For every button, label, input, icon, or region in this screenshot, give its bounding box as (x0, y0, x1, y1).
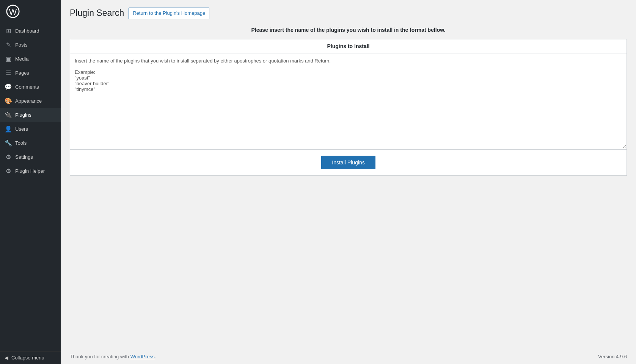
svg-text:W: W (9, 7, 17, 17)
main-content: Plugin Search Return to the Plugin's Hom… (61, 0, 636, 349)
sidebar-item-posts-label: Posts (15, 42, 28, 48)
sidebar-navigation: ⊞ Dashboard ✎ Posts ▣ Media ☰ Pages 💬 Co… (0, 24, 61, 351)
return-to-homepage-button[interactable]: Return to the Plugin's Homepage (129, 8, 209, 19)
collapse-icon: ◀ (5, 355, 8, 361)
collapse-menu-button[interactable]: ◀ Collapse menu (0, 351, 61, 364)
install-plugins-button[interactable]: Install Plugins (321, 156, 375, 169)
main-area: Plugin Search Return to the Plugin's Hom… (61, 0, 636, 364)
appearance-icon: 🎨 (5, 97, 12, 105)
sidebar-item-plugins[interactable]: 🔌 Plugins (0, 108, 61, 122)
sidebar-item-comments-label: Comments (15, 84, 39, 90)
comments-icon: 💬 (5, 83, 12, 91)
sidebar-item-appearance[interactable]: 🎨 Appearance (0, 94, 61, 108)
users-icon: 👤 (5, 125, 12, 133)
sidebar-item-settings-label: Settings (15, 154, 33, 160)
plugins-card-body: Insert the name of the plugins that you … (70, 53, 627, 149)
sidebar-item-users[interactable]: 👤 Users (0, 122, 61, 136)
wordpress-link[interactable]: WordPress (130, 354, 155, 359)
plugins-textarea[interactable]: Insert the name of the plugins that you … (70, 53, 627, 148)
sidebar-logo: W (0, 0, 61, 24)
posts-icon: ✎ (5, 41, 12, 48)
sidebar-item-dashboard-label: Dashboard (15, 28, 39, 34)
instructions-text: Please insert the name of the plugins yo… (70, 27, 627, 33)
sidebar-item-posts[interactable]: ✎ Posts (0, 38, 61, 52)
sidebar-item-tools[interactable]: 🔧 Tools (0, 136, 61, 150)
page-title: Plugin Search (70, 8, 124, 19)
sidebar-item-pages[interactable]: ☰ Pages (0, 66, 61, 80)
sidebar-item-pages-label: Pages (15, 70, 29, 76)
collapse-menu-label: Collapse menu (11, 355, 44, 361)
settings-icon: ⚙ (5, 153, 12, 161)
sidebar-item-plugins-label: Plugins (15, 112, 31, 118)
page-header: Plugin Search Return to the Plugin's Hom… (70, 8, 627, 19)
pages-icon: ☰ (5, 69, 12, 77)
dashboard-icon: ⊞ (5, 27, 12, 34)
tools-icon: 🔧 (5, 139, 12, 147)
sidebar: W ⊞ Dashboard ✎ Posts ▣ Media ☰ Pages 💬 … (0, 0, 61, 364)
sidebar-item-comments[interactable]: 💬 Comments (0, 80, 61, 94)
footer-text: Thank you for creating with WordPress. (70, 354, 156, 359)
plugins-card-header: Plugins to Install (70, 39, 627, 53)
plugins-card: Plugins to Install Insert the name of th… (70, 39, 627, 150)
sidebar-item-plugin-helper-label: Plugin Helper (15, 168, 45, 174)
plugins-icon: 🔌 (5, 111, 12, 119)
sidebar-item-settings[interactable]: ⚙ Settings (0, 150, 61, 164)
media-icon: ▣ (5, 55, 12, 62)
sidebar-item-media-label: Media (15, 56, 28, 62)
sidebar-item-dashboard[interactable]: ⊞ Dashboard (0, 24, 61, 38)
sidebar-item-appearance-label: Appearance (15, 98, 42, 104)
sidebar-item-media[interactable]: ▣ Media (0, 52, 61, 66)
version-text: Version 4.9.6 (598, 354, 627, 359)
sidebar-item-tools-label: Tools (15, 140, 27, 146)
main-footer: Thank you for creating with WordPress. V… (61, 349, 636, 364)
sidebar-item-users-label: Users (15, 126, 28, 132)
sidebar-item-plugin-helper[interactable]: ⚙ Plugin Helper (0, 164, 61, 178)
plugin-helper-icon: ⚙ (5, 167, 12, 175)
install-btn-row: Install Plugins (70, 150, 627, 176)
